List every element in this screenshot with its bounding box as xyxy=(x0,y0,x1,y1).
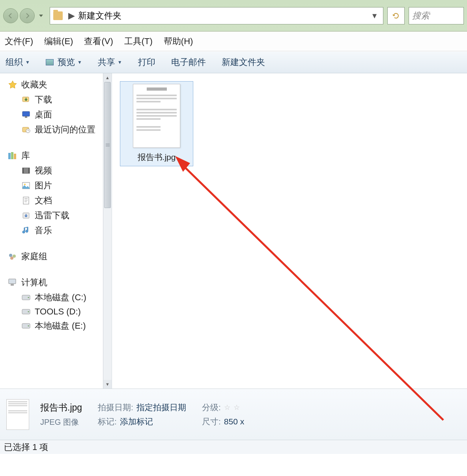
svg-rect-2 xyxy=(25,116,27,118)
svg-rect-5 xyxy=(8,153,11,159)
sidebar-xunlei[interactable]: 迅雷下载 xyxy=(0,208,112,223)
scroll-down-button[interactable]: ▼ xyxy=(103,380,112,389)
svg-line-26 xyxy=(181,164,443,420)
svg-point-25 xyxy=(28,325,29,327)
star-icon xyxy=(8,80,17,89)
refresh-button[interactable] xyxy=(387,7,405,24)
sidebar-disk-c[interactable]: 本地磁盘 (C:) xyxy=(0,290,112,305)
sidebar-disk-d[interactable]: TOOLS (D:) xyxy=(0,305,112,318)
documents-icon xyxy=(21,196,31,205)
navigation-bar: ▶ 新建文件夹 ▾ 搜索 xyxy=(0,0,467,32)
svg-rect-7 xyxy=(14,154,16,159)
disk-icon xyxy=(21,293,31,302)
toolbar: 组织▼ 预览▼ 共享▼ 打印 电子邮件 新建文件夹 xyxy=(0,51,467,73)
file-list-pane[interactable]: 报告书.jpg xyxy=(112,73,467,389)
details-tag-label: 标记: xyxy=(98,416,117,427)
details-pane: 报告书.jpg JPEG 图像 拍摄日期: 指定拍摄日期 标记: 添加标记 分级… xyxy=(0,389,467,440)
nav-history-dropdown[interactable] xyxy=(36,8,46,23)
music-icon xyxy=(21,226,31,235)
svg-rect-19 xyxy=(11,284,14,286)
search-placeholder: 搜索 xyxy=(412,10,430,22)
details-size-label: 尺寸: xyxy=(202,416,221,427)
newfolder-button[interactable]: 新建文件夹 xyxy=(222,56,265,68)
video-icon xyxy=(21,166,31,175)
svg-point-21 xyxy=(28,297,29,298)
details-tag-value[interactable]: 添加标记 xyxy=(120,416,153,427)
sidebar-recent[interactable]: 最近访问的位置 xyxy=(0,122,112,137)
menu-view[interactable]: 查看(V) xyxy=(84,35,113,47)
downloads-icon xyxy=(21,95,31,104)
file-name-label: 报告书.jpg xyxy=(138,152,176,163)
details-filetype: JPEG 图像 xyxy=(40,417,82,428)
svg-rect-10 xyxy=(28,168,30,173)
homegroup-icon xyxy=(8,252,17,261)
svg-point-17 xyxy=(10,257,13,260)
navigation-pane: 收藏夹 下载 桌面 最近访问的位置 库 xyxy=(0,73,112,389)
favorites-group[interactable]: 收藏夹 xyxy=(0,77,112,92)
svg-rect-1 xyxy=(22,112,30,116)
details-filename: 报告书.jpg xyxy=(40,402,82,414)
print-button[interactable]: 打印 xyxy=(138,56,155,68)
back-arrow-icon xyxy=(7,13,14,19)
details-date-value[interactable]: 指定拍摄日期 xyxy=(136,402,186,413)
details-date-label: 拍摄日期: xyxy=(98,402,133,413)
chevron-down-icon[interactable]: ▾ xyxy=(372,11,377,21)
preview-button[interactable]: 预览▼ xyxy=(46,56,82,68)
breadcrumb-item[interactable]: 新建文件夹 xyxy=(78,10,121,22)
menu-bar: 文件(F) 编辑(E) 查看(V) 工具(T) 帮助(H) xyxy=(0,32,467,51)
back-button[interactable] xyxy=(3,8,18,23)
sidebar-pictures[interactable]: 图片 xyxy=(0,178,112,193)
file-item-selected[interactable]: 报告书.jpg xyxy=(120,81,193,166)
sidebar-documents[interactable]: 文档 xyxy=(0,193,112,208)
forward-arrow-icon xyxy=(24,13,30,19)
sidebar-music[interactable]: 音乐 xyxy=(0,223,112,238)
svg-point-15 xyxy=(9,254,12,257)
folder-icon xyxy=(53,11,63,20)
details-size-value: 850 x xyxy=(224,417,244,426)
computer-group[interactable]: 计算机 xyxy=(0,275,112,290)
disk-icon xyxy=(21,321,31,331)
svg-point-12 xyxy=(24,184,26,185)
sidebar-downloads[interactable]: 下载 xyxy=(0,92,112,107)
search-input[interactable]: 搜索 xyxy=(409,7,464,24)
recent-icon xyxy=(21,125,31,134)
rating-star-icon[interactable]: ☆ xyxy=(224,403,230,412)
share-button[interactable]: 共享▼ xyxy=(98,56,122,68)
svg-rect-13 xyxy=(23,197,29,204)
computer-icon xyxy=(8,278,17,287)
chevron-down-icon xyxy=(39,15,43,17)
status-text: 已选择 1 项 xyxy=(4,441,48,453)
libraries-group[interactable]: 库 xyxy=(0,148,112,163)
chevron-down-icon: ▼ xyxy=(118,60,122,65)
homegroup-group[interactable]: 家庭组 xyxy=(0,249,112,264)
sidebar-disk-e[interactable]: 本地磁盘 (E:) xyxy=(0,318,112,333)
explorer-body: 收藏夹 下载 桌面 最近访问的位置 库 xyxy=(0,73,467,389)
file-thumbnail xyxy=(133,84,180,148)
sidebar-videos[interactable]: 视频 xyxy=(0,163,112,178)
scroll-track[interactable] xyxy=(103,82,112,380)
status-bar: 已选择 1 项 xyxy=(0,440,467,454)
menu-tools[interactable]: 工具(T) xyxy=(124,35,153,47)
sidebar-desktop[interactable]: 桌面 xyxy=(0,107,112,122)
refresh-icon xyxy=(392,12,400,20)
pictures-icon xyxy=(21,181,31,190)
details-thumbnail xyxy=(6,399,29,430)
scroll-up-button[interactable]: ▲ xyxy=(103,73,112,82)
svg-rect-6 xyxy=(11,152,13,159)
svg-point-23 xyxy=(28,311,29,312)
menu-edit[interactable]: 编辑(E) xyxy=(44,35,73,47)
organize-button[interactable]: 组织▼ xyxy=(6,56,30,68)
svg-rect-9 xyxy=(22,168,24,173)
desktop-icon xyxy=(21,110,31,119)
menu-file[interactable]: 文件(F) xyxy=(5,35,33,47)
rating-star-icon[interactable]: ☆ xyxy=(234,403,240,412)
email-button[interactable]: 电子邮件 xyxy=(171,56,206,68)
address-bar[interactable]: ▶ 新建文件夹 ▾ xyxy=(50,7,383,24)
breadcrumb-separator-icon: ▶ xyxy=(68,11,75,21)
scroll-thumb[interactable] xyxy=(104,82,111,208)
sidebar-scrollbar[interactable]: ▲ ▼ xyxy=(103,73,112,389)
forward-button[interactable] xyxy=(20,8,35,23)
preview-icon xyxy=(46,59,54,65)
menu-help[interactable]: 帮助(H) xyxy=(164,35,193,47)
libraries-icon xyxy=(8,151,17,160)
